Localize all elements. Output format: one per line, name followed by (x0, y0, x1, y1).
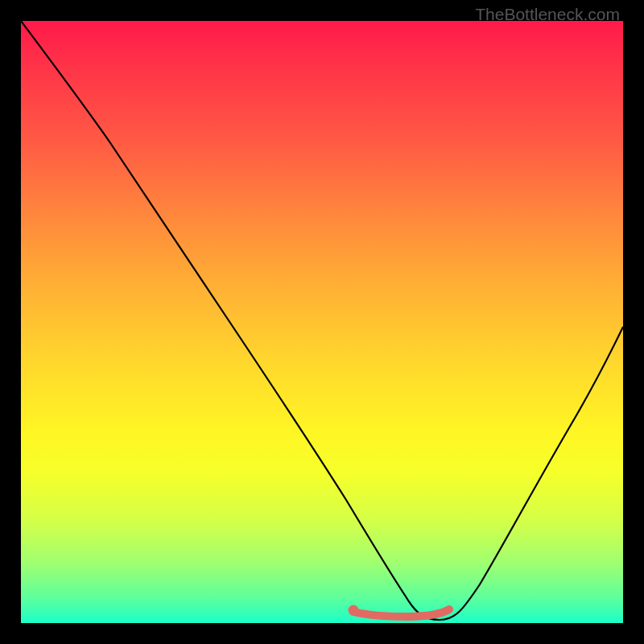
chart-plot-area (21, 21, 623, 623)
bottleneck-curve (21, 21, 623, 620)
watermark-text: TheBottleneck.com (475, 5, 620, 24)
chart-svg (21, 21, 623, 623)
flat-segment-start-dot (349, 605, 359, 616)
flat-highlight-segment (353, 609, 449, 617)
